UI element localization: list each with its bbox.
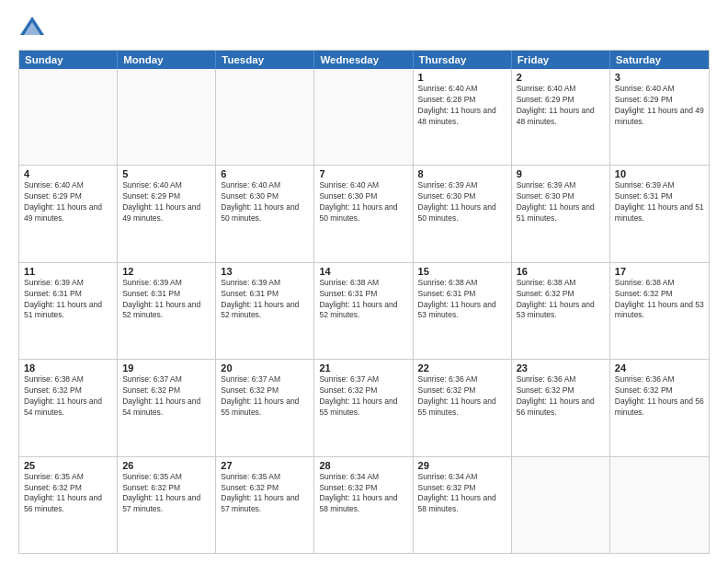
day-number: 29 [418,460,506,471]
cal-cell: 15Sunrise: 6:38 AM Sunset: 6:31 PM Dayli… [414,263,512,359]
day-number: 23 [517,362,605,373]
day-number: 5 [122,168,210,179]
cal-header-cell: Tuesday [216,51,314,69]
logo [18,15,50,42]
day-number: 18 [24,362,112,373]
day-number: 26 [122,460,210,471]
cal-cell [118,69,216,165]
day-number: 3 [615,72,704,83]
day-number: 22 [418,362,506,373]
day-info: Sunrise: 6:40 AM Sunset: 6:29 PM Dayligh… [517,84,605,128]
day-info: Sunrise: 6:38 AM Sunset: 6:32 PM Dayligh… [615,278,704,322]
day-number: 11 [24,266,112,277]
cal-cell: 25Sunrise: 6:35 AM Sunset: 6:32 PM Dayli… [19,457,118,553]
day-info: Sunrise: 6:35 AM Sunset: 6:32 PM Dayligh… [24,472,112,516]
cal-cell [610,457,709,553]
cal-cell: 27Sunrise: 6:35 AM Sunset: 6:32 PM Dayli… [216,457,314,553]
cal-row: 11Sunrise: 6:39 AM Sunset: 6:31 PM Dayli… [19,262,709,359]
cal-cell: 18Sunrise: 6:38 AM Sunset: 6:32 PM Dayli… [19,360,118,455]
day-number: 15 [418,266,506,277]
cal-cell: 26Sunrise: 6:35 AM Sunset: 6:32 PM Dayli… [118,457,216,553]
cal-cell: 6Sunrise: 6:40 AM Sunset: 6:30 PM Daylig… [216,166,314,261]
cal-cell: 10Sunrise: 6:39 AM Sunset: 6:31 PM Dayli… [610,166,709,261]
cal-row: 1Sunrise: 6:40 AM Sunset: 6:28 PM Daylig… [19,69,709,165]
day-info: Sunrise: 6:39 AM Sunset: 6:31 PM Dayligh… [615,180,704,224]
day-number: 27 [221,460,309,471]
cal-cell: 14Sunrise: 6:38 AM Sunset: 6:31 PM Dayli… [314,263,413,359]
cal-cell: 21Sunrise: 6:37 AM Sunset: 6:32 PM Dayli… [314,360,413,455]
day-number: 8 [418,168,506,179]
day-number: 13 [221,266,309,277]
cal-row: 18Sunrise: 6:38 AM Sunset: 6:32 PM Dayli… [19,359,709,455]
cal-cell: 22Sunrise: 6:36 AM Sunset: 6:32 PM Dayli… [414,360,512,455]
logo-icon [18,15,46,42]
cal-cell: 3Sunrise: 6:40 AM Sunset: 6:29 PM Daylig… [610,69,709,165]
cal-cell [314,69,413,165]
day-number: 12 [122,266,210,277]
cal-cell: 13Sunrise: 6:39 AM Sunset: 6:31 PM Dayli… [216,263,314,359]
calendar: SundayMondayTuesdayWednesdayThursdayFrid… [18,50,710,554]
day-info: Sunrise: 6:39 AM Sunset: 6:31 PM Dayligh… [24,278,112,322]
cal-cell: 4Sunrise: 6:40 AM Sunset: 6:29 PM Daylig… [19,166,118,261]
day-info: Sunrise: 6:39 AM Sunset: 6:31 PM Dayligh… [221,278,309,322]
cal-cell: 7Sunrise: 6:40 AM Sunset: 6:30 PM Daylig… [314,166,413,261]
day-info: Sunrise: 6:37 AM Sunset: 6:32 PM Dayligh… [122,374,210,419]
day-info: Sunrise: 6:35 AM Sunset: 6:32 PM Dayligh… [221,472,309,516]
day-number: 14 [319,266,407,277]
cal-cell: 8Sunrise: 6:39 AM Sunset: 6:30 PM Daylig… [414,166,512,261]
cal-row: 4Sunrise: 6:40 AM Sunset: 6:29 PM Daylig… [19,165,709,261]
day-number: 4 [24,168,112,179]
calendar-header-row: SundayMondayTuesdayWednesdayThursdayFrid… [19,51,709,69]
day-info: Sunrise: 6:40 AM Sunset: 6:29 PM Dayligh… [24,180,112,224]
calendar-body: 1Sunrise: 6:40 AM Sunset: 6:28 PM Daylig… [19,69,709,553]
day-info: Sunrise: 6:40 AM Sunset: 6:29 PM Dayligh… [122,180,210,224]
cal-cell: 17Sunrise: 6:38 AM Sunset: 6:32 PM Dayli… [610,263,709,359]
cal-cell: 24Sunrise: 6:36 AM Sunset: 6:32 PM Dayli… [610,360,709,455]
day-number: 6 [221,168,309,179]
day-number: 19 [122,362,210,373]
cal-header-cell: Monday [118,51,216,69]
day-number: 17 [615,266,704,277]
cal-cell: 23Sunrise: 6:36 AM Sunset: 6:32 PM Dayli… [512,360,610,455]
day-info: Sunrise: 6:40 AM Sunset: 6:28 PM Dayligh… [418,84,506,128]
cal-header-cell: Wednesday [314,51,413,69]
cal-cell: 12Sunrise: 6:39 AM Sunset: 6:31 PM Dayli… [118,263,216,359]
day-info: Sunrise: 6:37 AM Sunset: 6:32 PM Dayligh… [221,374,309,419]
day-number: 28 [319,460,407,471]
cal-cell: 5Sunrise: 6:40 AM Sunset: 6:29 PM Daylig… [118,166,216,261]
cal-cell: 9Sunrise: 6:39 AM Sunset: 6:30 PM Daylig… [512,166,610,261]
cal-cell: 11Sunrise: 6:39 AM Sunset: 6:31 PM Dayli… [19,263,118,359]
cal-header-cell: Thursday [414,51,512,69]
day-info: Sunrise: 6:39 AM Sunset: 6:30 PM Dayligh… [517,180,605,224]
day-info: Sunrise: 6:38 AM Sunset: 6:32 PM Dayligh… [24,374,112,419]
cal-cell [216,69,314,165]
day-info: Sunrise: 6:38 AM Sunset: 6:32 PM Dayligh… [517,278,605,322]
day-number: 10 [615,168,704,179]
day-number: 21 [319,362,407,373]
day-info: Sunrise: 6:36 AM Sunset: 6:32 PM Dayligh… [418,374,506,419]
day-number: 9 [517,168,605,179]
day-info: Sunrise: 6:35 AM Sunset: 6:32 PM Dayligh… [122,472,210,516]
day-number: 16 [517,266,605,277]
cal-cell: 28Sunrise: 6:34 AM Sunset: 6:32 PM Dayli… [314,457,413,553]
page: SundayMondayTuesdayWednesdayThursdayFrid… [0,0,728,563]
day-info: Sunrise: 6:40 AM Sunset: 6:30 PM Dayligh… [221,180,309,224]
cal-cell: 19Sunrise: 6:37 AM Sunset: 6:32 PM Dayli… [118,360,216,455]
day-number: 24 [615,362,704,373]
cal-cell: 2Sunrise: 6:40 AM Sunset: 6:29 PM Daylig… [512,69,610,165]
cal-cell: 20Sunrise: 6:37 AM Sunset: 6:32 PM Dayli… [216,360,314,455]
cal-row: 25Sunrise: 6:35 AM Sunset: 6:32 PM Dayli… [19,456,709,553]
cal-header-cell: Sunday [19,51,118,69]
day-info: Sunrise: 6:34 AM Sunset: 6:32 PM Dayligh… [418,472,506,516]
day-info: Sunrise: 6:40 AM Sunset: 6:30 PM Dayligh… [319,180,407,224]
cal-cell [19,69,118,165]
day-info: Sunrise: 6:39 AM Sunset: 6:30 PM Dayligh… [418,180,506,224]
day-info: Sunrise: 6:38 AM Sunset: 6:31 PM Dayligh… [319,278,407,322]
day-info: Sunrise: 6:36 AM Sunset: 6:32 PM Dayligh… [517,374,605,419]
day-number: 7 [319,168,407,179]
cal-header-cell: Friday [512,51,610,69]
cal-header-cell: Saturday [610,51,709,69]
day-info: Sunrise: 6:39 AM Sunset: 6:31 PM Dayligh… [122,278,210,322]
day-number: 20 [221,362,309,373]
day-info: Sunrise: 6:36 AM Sunset: 6:32 PM Dayligh… [615,374,704,419]
